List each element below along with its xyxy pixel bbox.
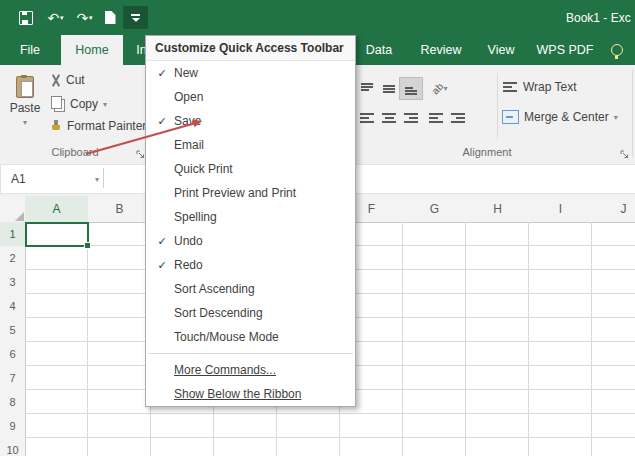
- column-header-h[interactable]: H: [466, 196, 530, 223]
- cut-label: Cut: [66, 73, 85, 87]
- menu-item-touch-mouse-mode[interactable]: Touch/Mouse Mode: [146, 325, 355, 349]
- column-header-b[interactable]: B: [88, 196, 152, 223]
- menu-item-label: Sort Ascending: [174, 282, 255, 296]
- tab-wps-pdf[interactable]: WPS PDF: [531, 35, 599, 65]
- menu-item-save[interactable]: ✓ Save: [146, 109, 355, 133]
- row-header-10[interactable]: 10: [0, 438, 26, 456]
- menu-item-undo[interactable]: ✓ Undo: [146, 229, 355, 253]
- cut-button[interactable]: Cut: [50, 73, 85, 87]
- menu-item-quick-print[interactable]: Quick Print: [146, 157, 355, 181]
- menu-item-label: Touch/Mouse Mode: [174, 330, 279, 344]
- name-box[interactable]: A1 ▾: [0, 164, 108, 194]
- menu-item-new[interactable]: ✓ New: [146, 61, 355, 85]
- check-icon: [154, 358, 170, 382]
- menu-item-show-below-ribbon[interactable]: Show Below the Ribbon: [146, 382, 355, 406]
- align-center-button[interactable]: [377, 106, 401, 129]
- check-icon: [154, 157, 170, 181]
- wrap-text-button[interactable]: Wrap Text: [502, 80, 577, 94]
- new-document-icon: [105, 11, 116, 24]
- column-header-g[interactable]: G: [403, 196, 467, 223]
- qat-undo-button[interactable]: ↶ ▾: [42, 6, 69, 29]
- excel-window: ↶ ▾ ↷ ▾ Book1 - Exc File Home Insert Dat…: [0, 0, 635, 456]
- copy-dropdown-icon[interactable]: ▾: [103, 100, 107, 109]
- qat-new-button[interactable]: [100, 6, 120, 29]
- row-header-7[interactable]: 7: [0, 366, 26, 391]
- menu-item-print-preview[interactable]: Print Preview and Print: [146, 181, 355, 205]
- menu-item-more-commands[interactable]: More Commands...: [146, 358, 355, 382]
- row-header-6[interactable]: 6: [0, 342, 26, 367]
- undo-icon: ↶: [47, 11, 59, 25]
- menu-item-label: Print Preview and Print: [174, 186, 296, 200]
- tab-data[interactable]: Data: [356, 35, 402, 65]
- copy-button[interactable]: Copy ▾: [50, 96, 107, 112]
- redo-icon: ↷: [76, 11, 88, 25]
- row-header-1[interactable]: 1: [0, 222, 27, 247]
- menu-item-spelling[interactable]: Spelling: [146, 205, 355, 229]
- decrease-indent-button[interactable]: [424, 106, 448, 129]
- column-header-a[interactable]: A: [25, 196, 89, 224]
- qat-save-button[interactable]: [14, 6, 38, 29]
- format-painter-label: Format Painter: [67, 119, 146, 133]
- qat-menu-header: Customize Quick Access Toolbar: [146, 36, 355, 61]
- menu-item-label: Email: [174, 138, 204, 152]
- check-icon: [154, 181, 170, 205]
- row-header-8[interactable]: 8: [0, 390, 26, 415]
- menu-item-label: Undo: [174, 234, 203, 248]
- menu-separator: [148, 353, 353, 354]
- row-header-9[interactable]: 9: [0, 414, 26, 439]
- increase-indent-button[interactable]: [446, 106, 470, 129]
- menu-item-email[interactable]: Email: [146, 133, 355, 157]
- select-all-corner[interactable]: [0, 196, 26, 223]
- align-right-button[interactable]: [399, 106, 423, 129]
- save-icon: [19, 11, 33, 25]
- scissors-icon: [50, 74, 61, 87]
- menu-item-redo[interactable]: ✓ Redo: [146, 253, 355, 277]
- dialog-launcher-icon: [136, 150, 145, 159]
- redo-dropdown-icon[interactable]: ▾: [89, 14, 93, 22]
- menu-item-label: Redo: [174, 258, 203, 272]
- align-top-button[interactable]: [355, 77, 379, 100]
- menu-item-sort-descending[interactable]: Sort Descending: [146, 301, 355, 325]
- wrap-text-icon: [502, 81, 518, 93]
- align-middle-button[interactable]: [377, 77, 401, 100]
- align-left-button[interactable]: [355, 106, 379, 129]
- merge-center-dropdown-icon[interactable]: ▾: [614, 113, 618, 122]
- selected-cell-a1[interactable]: [25, 222, 89, 247]
- align-bottom-icon: [403, 83, 419, 95]
- column-header-i[interactable]: I: [529, 196, 593, 223]
- align-center-icon: [381, 112, 397, 124]
- row-header-3[interactable]: 3: [0, 270, 26, 295]
- column-header-j[interactable]: J: [592, 196, 635, 223]
- qat-redo-button[interactable]: ↷ ▾: [71, 6, 98, 29]
- check-icon: ✓: [154, 61, 170, 85]
- undo-dropdown-icon[interactable]: ▾: [60, 14, 64, 22]
- align-left-icon: [359, 112, 375, 124]
- paste-dropdown-icon[interactable]: ▾: [23, 118, 27, 127]
- tab-review[interactable]: Review: [413, 35, 469, 65]
- tell-me-button[interactable]: [604, 35, 630, 65]
- row-header-4[interactable]: 4: [0, 294, 26, 319]
- menu-item-sort-ascending[interactable]: Sort Ascending: [146, 277, 355, 301]
- group-divider: [497, 73, 498, 139]
- format-painter-button[interactable]: Format Painter: [50, 119, 146, 133]
- align-bottom-button[interactable]: [399, 77, 423, 100]
- tab-home[interactable]: Home: [61, 35, 123, 65]
- menu-item-label: New: [174, 66, 198, 80]
- customize-qat-icon: [131, 14, 140, 22]
- menu-item-open[interactable]: Open: [146, 85, 355, 109]
- name-box-value: A1: [11, 172, 26, 186]
- name-box-dropdown-icon[interactable]: ▾: [95, 175, 99, 184]
- copy-icon: [54, 99, 65, 112]
- increase-indent-icon: [450, 112, 466, 124]
- merge-center-button[interactable]: Merge & Center ▾: [502, 110, 618, 124]
- align-right-icon: [403, 112, 419, 124]
- row-header-5[interactable]: 5: [0, 318, 26, 343]
- check-icon: ✓: [154, 253, 170, 277]
- tab-view[interactable]: View: [479, 35, 523, 65]
- row-header-2[interactable]: 2: [0, 246, 26, 271]
- qat-customize-button[interactable]: [123, 6, 148, 29]
- paste-button[interactable]: Paste ▾: [5, 72, 45, 150]
- tab-file[interactable]: File: [8, 35, 52, 65]
- title-bar: ↶ ▾ ↷ ▾ Book1 - Exc: [0, 0, 635, 35]
- orientation-button[interactable]: ab ▾: [424, 77, 456, 100]
